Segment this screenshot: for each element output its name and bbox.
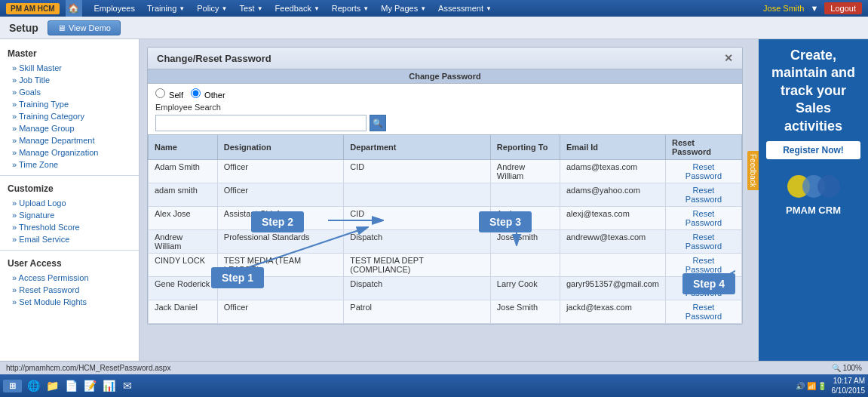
nav-employees[interactable]: Employees xyxy=(88,0,141,17)
user-dropdown-icon[interactable]: ▼ xyxy=(810,4,818,13)
nav-assessment[interactable]: Assessment▼ xyxy=(432,0,498,17)
cell-name: Jack Daniel xyxy=(149,300,218,324)
svg-point-6 xyxy=(817,175,840,198)
reset-password-link[interactable]: Reset Password xyxy=(672,256,735,274)
sidebar-link-manage-group[interactable]: Manage Group xyxy=(0,122,139,134)
sidebar: Master Skill Master Job Title Goals Trai… xyxy=(0,39,140,374)
table-row: Jack DanielOfficerPatrolJose Smithjackd@… xyxy=(149,300,742,324)
reset-password-link[interactable]: Reset Password xyxy=(672,232,735,251)
cell-department: CID xyxy=(344,207,491,230)
sidebar-link-manage-department[interactable]: Manage Department xyxy=(0,134,139,146)
cell-name: Adam Smith xyxy=(149,160,218,183)
sidebar-link-reset-password[interactable]: Reset Password xyxy=(0,284,139,296)
cell-department: Dispatch xyxy=(344,277,491,300)
statusbar: http://pmamhcm.com/HCM_ResetPassword.asp… xyxy=(0,361,868,374)
nav-training[interactable]: Training▼ xyxy=(141,0,191,17)
panel-close-button[interactable]: ✕ xyxy=(724,52,733,64)
table-row: Adam SmithOfficerCIDAndrew Williamadams@… xyxy=(149,160,742,183)
sidebar-link-access-permission[interactable]: Access Permission xyxy=(0,272,139,284)
ad-headline: Create, maintain and track your Sales ac… xyxy=(766,47,860,135)
sidebar-link-training-type[interactable]: Training Type xyxy=(0,98,139,110)
sidebar-link-training-category[interactable]: Training Category xyxy=(0,110,139,122)
cell-designation: Officer xyxy=(217,160,344,183)
cell-designation: Professional Standards xyxy=(217,230,344,254)
taskbar-excel-icon[interactable]: 📊 xyxy=(100,377,117,394)
user-name: Jose Smith xyxy=(763,4,804,13)
reset-password-link[interactable]: Reset Password xyxy=(672,162,735,180)
content-area: Change/Reset Password ✕ Change Password … xyxy=(140,39,759,374)
col-header-email: Email Id xyxy=(560,135,665,160)
reset-password-link[interactable]: Reset Password xyxy=(672,186,735,204)
nav-test[interactable]: Test▼ xyxy=(233,0,268,17)
cell-reset: Reset Password xyxy=(665,160,741,183)
cell-designation: Officer xyxy=(217,300,344,324)
table-row: Andrew WilliamProfessional StandardsDisp… xyxy=(149,230,742,254)
employee-table-wrapper: Name Designation Department Reporting To… xyxy=(148,134,742,324)
sidebar-link-upload-logo[interactable]: Upload Logo xyxy=(0,197,139,209)
taskbar-icons: 🌐 📁 📄 📝 📊 ✉ xyxy=(25,377,136,394)
taskbar: ⊞ 🌐 📁 📄 📝 📊 ✉ 🔊 📶 🔋 10:17 AM 6/10/2015 xyxy=(0,374,868,397)
radio-other-label[interactable]: Other xyxy=(191,88,225,100)
zoom-level: 🔍 100% xyxy=(832,364,862,372)
sidebar-link-email-service[interactable]: Email Service xyxy=(0,233,139,245)
cell-reporting_to: Andrew William xyxy=(490,160,560,183)
sidebar-link-job-title[interactable]: Job Title xyxy=(0,74,139,86)
employee-table: Name Designation Department Reporting To… xyxy=(148,134,742,324)
search-label: Employee Search xyxy=(148,101,742,113)
reset-password-link[interactable]: Reset Password xyxy=(672,303,735,321)
sidebar-link-time-zone[interactable]: Time Zone xyxy=(0,158,139,171)
view-demo-button[interactable]: 🖥 View Demo xyxy=(48,20,121,35)
cell-reset: Reset Password xyxy=(665,230,741,254)
logo-text: PM AM HCM xyxy=(11,5,55,13)
setup-title: Setup xyxy=(9,22,38,34)
cell-reporting_to xyxy=(490,183,560,207)
cell-department: CID xyxy=(344,160,491,183)
search-input[interactable] xyxy=(155,115,367,131)
cell-email: adams@texas.com xyxy=(560,160,665,183)
taskbar-folder-icon[interactable]: 📁 xyxy=(44,377,60,394)
cell-name: Gene Roderick xyxy=(149,277,218,300)
main-layout: Master Skill Master Job Title Goals Trai… xyxy=(0,39,868,374)
panel-title-bar: Change/Reset Password ✕ xyxy=(148,48,742,69)
pmam-crm-logo-icon xyxy=(784,171,844,202)
step-3-box: Step 3 xyxy=(479,211,532,232)
radio-self[interactable] xyxy=(155,88,165,98)
sidebar-link-threshold-score[interactable]: Threshold Score xyxy=(0,221,139,233)
cell-reporting_to xyxy=(490,254,560,277)
home-button[interactable]: 🏠 xyxy=(66,0,82,17)
cell-department xyxy=(344,183,491,207)
nav-feedback[interactable]: Feedback▼ xyxy=(269,0,326,17)
taskbar-clock: 10:17 AM 6/10/2015 xyxy=(832,376,866,395)
col-header-designation: Designation xyxy=(217,135,344,160)
search-button[interactable]: 🔍 xyxy=(370,115,386,131)
cell-designation: Officer xyxy=(217,183,344,207)
reset-password-link[interactable]: Reset Password xyxy=(672,209,735,227)
start-button[interactable]: ⊞ xyxy=(3,380,22,392)
logout-button[interactable]: Logout xyxy=(824,2,862,14)
cell-name: CINDY LOCK xyxy=(149,254,218,277)
ad-register-button[interactable]: Register Now! xyxy=(766,141,860,159)
cell-email xyxy=(560,254,665,277)
nav-policy[interactable]: Policy▼ xyxy=(191,0,233,17)
taskbar-ie-icon[interactable]: 🌐 xyxy=(25,377,41,394)
nav-reports[interactable]: Reports▼ xyxy=(326,0,375,17)
monitor-icon: 🖥 xyxy=(57,23,66,32)
cell-reporting_to: Jose Smith xyxy=(490,230,560,254)
col-header-department: Department xyxy=(344,135,491,160)
sidebar-link-goals[interactable]: Goals xyxy=(0,86,139,98)
nav-mypages[interactable]: My Pages▼ xyxy=(375,0,432,17)
cell-reporting_to: Larry Cook xyxy=(490,277,560,300)
taskbar-word-icon[interactable]: 📝 xyxy=(81,377,98,394)
search-icon: 🔍 xyxy=(373,118,383,128)
feedback-tab[interactable]: Feedback xyxy=(747,151,759,190)
taskbar-outlook-icon[interactable]: ✉ xyxy=(119,377,136,394)
sidebar-section-user-access: User Access xyxy=(0,255,139,272)
sidebar-link-signature[interactable]: Signature xyxy=(0,209,139,221)
sidebar-link-set-module-rights[interactable]: Set Module Rights xyxy=(0,296,139,308)
sidebar-link-skill-master[interactable]: Skill Master xyxy=(0,62,139,74)
cell-department: Dispatch xyxy=(344,230,491,254)
sidebar-link-manage-organization[interactable]: Manage Organization xyxy=(0,146,139,158)
radio-self-label[interactable]: Self xyxy=(155,88,183,100)
radio-other[interactable] xyxy=(191,88,201,98)
taskbar-pdf-icon[interactable]: 📄 xyxy=(63,377,79,394)
